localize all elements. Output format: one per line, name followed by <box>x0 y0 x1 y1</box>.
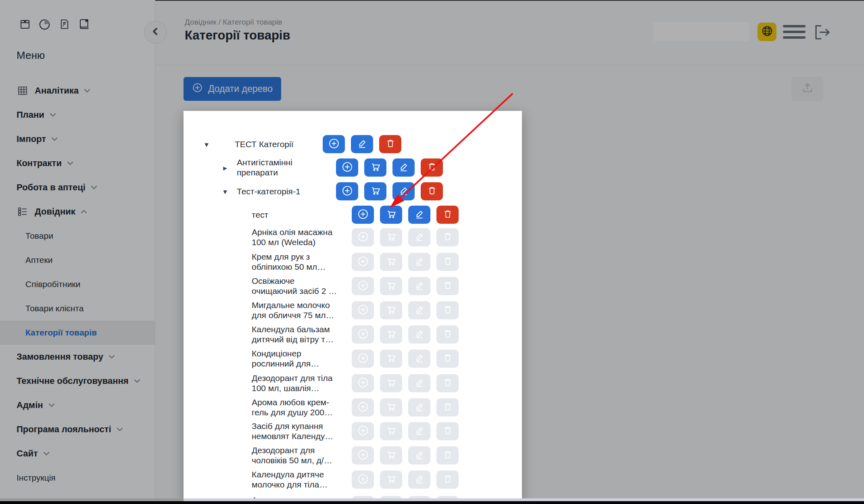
tree-row-6: Освіжаючеочищаючий засіб 2 … <box>184 274 522 298</box>
tree-row-actions <box>352 422 459 440</box>
edit-button[interactable] <box>392 182 415 200</box>
tree-row-10: Дезодорант для тіла100 мл, шавлія… <box>184 371 522 395</box>
add-button <box>352 253 374 271</box>
trash-icon <box>442 208 453 221</box>
edit-icon <box>413 401 426 414</box>
edit-icon <box>413 377 426 390</box>
add-circle-icon <box>357 424 369 438</box>
trash-icon <box>442 425 453 438</box>
tree-row-actions <box>352 350 459 368</box>
tree-row-5: Крем для рук зобліпихою 50 мл… <box>184 250 522 274</box>
add-circle-icon <box>357 208 369 222</box>
scrollbar-track-left <box>0 498 184 501</box>
tree-node-label: Календула бальзамдитячий від вітру т… <box>252 324 334 344</box>
trash-icon <box>442 352 453 365</box>
add-circle-icon <box>341 184 354 198</box>
tree-caret-down-icon[interactable]: ▾ <box>201 140 212 149</box>
tree-row-2: ▾Тест-категорія-1 <box>184 179 522 203</box>
add-circle-icon <box>341 160 354 175</box>
tree-row-7: Мигдальне молочкодля обличчя 75 мл… <box>184 298 522 322</box>
trash-icon <box>426 185 438 198</box>
bottom-black-bar <box>0 501 864 504</box>
tree-node-label: Мигдальне молочкодля обличчя 75 мл… <box>252 300 334 320</box>
tree-row-actions <box>352 398 459 417</box>
tree-row-actions <box>352 228 459 246</box>
delete-button[interactable] <box>421 182 443 200</box>
add-button <box>352 398 374 417</box>
add-circle-icon <box>357 448 369 462</box>
cart-button-arrow-target[interactable] <box>380 206 402 224</box>
tree-node-label: Кондиціонеррослинний для… <box>252 348 319 369</box>
edit-icon <box>413 473 426 486</box>
tree-caret-right-icon[interactable]: ▸ <box>220 163 230 173</box>
add-circle-icon <box>357 473 369 487</box>
delete-button[interactable] <box>436 206 459 224</box>
delete-button <box>436 350 459 368</box>
edit-button[interactable] <box>408 206 430 224</box>
add-circle-icon <box>357 255 369 269</box>
edit-button[interactable] <box>392 158 415 177</box>
tree-row-3: тест <box>184 202 522 227</box>
add-circle-icon <box>357 352 369 366</box>
category-tree-panel: ▾ТЕСТ Категорії▸Антигістамінніпрепарати▾… <box>184 111 522 504</box>
cart-icon <box>385 255 397 269</box>
edit-button <box>408 374 430 392</box>
tree-row-actions <box>352 471 459 489</box>
edit-icon <box>398 185 410 198</box>
edit-button <box>408 301 430 319</box>
add-button[interactable] <box>336 182 358 200</box>
tree-node-label: Календула дитячемолочко для тіла… <box>252 469 328 489</box>
add-button <box>352 301 374 319</box>
edit-button <box>408 325 430 344</box>
add-button <box>352 228 374 246</box>
cart-button <box>380 398 402 417</box>
tree-node-label: Антигістамінніпрепарати <box>237 157 292 177</box>
add-button[interactable] <box>336 158 358 177</box>
delete-button <box>436 398 459 417</box>
trash-icon <box>442 255 453 269</box>
add-button[interactable] <box>323 135 345 153</box>
cart-icon <box>385 377 397 390</box>
edit-button[interactable] <box>351 135 373 153</box>
cart-icon <box>385 352 397 365</box>
delete-button <box>436 374 459 392</box>
edit-icon <box>413 279 426 293</box>
add-button <box>352 350 374 368</box>
cart-icon <box>385 279 397 293</box>
add-button <box>352 446 374 464</box>
tree-row-actions <box>352 206 459 224</box>
cart-icon <box>385 425 397 438</box>
tree-row-4: Арніка олія масажна100 мл (Weleda) <box>184 225 522 249</box>
horizontal-scrollbar[interactable] <box>184 498 864 501</box>
add-circle-icon <box>328 137 340 151</box>
tree-node-label: Дезодорант длячоловіків 50 мл, д/… <box>252 445 332 465</box>
add-circle-icon <box>357 327 369 342</box>
tree-node-label: тест <box>252 210 268 220</box>
tree-node-label: Арома любов крем-гель для душу 200… <box>252 397 333 417</box>
cart-icon <box>385 401 397 414</box>
edit-icon <box>413 304 426 317</box>
delete-button[interactable] <box>421 158 443 177</box>
cart-icon <box>369 185 382 198</box>
tree-row-actions <box>336 182 443 200</box>
trash-icon <box>426 161 438 174</box>
cart-button[interactable] <box>364 158 386 177</box>
cart-button <box>380 374 402 392</box>
tree-row-actions <box>352 446 459 464</box>
tree-row-1: ▸Антигістамінніпрепарати <box>184 155 522 179</box>
edit-icon <box>413 328 426 341</box>
delete-button <box>436 422 459 440</box>
delete-button <box>436 228 459 246</box>
trash-icon <box>442 304 453 317</box>
delete-button <box>436 325 459 344</box>
cart-button[interactable] <box>364 182 386 200</box>
add-button[interactable] <box>352 206 374 224</box>
trash-icon <box>442 401 453 414</box>
tree-node-label: Освіжаючеочищаючий засіб 2 … <box>252 276 337 296</box>
cart-icon <box>385 231 397 244</box>
tree-row-actions <box>352 277 459 295</box>
trash-icon <box>442 377 453 390</box>
tree-caret-down-icon[interactable]: ▾ <box>220 187 230 196</box>
cart-button <box>380 253 402 271</box>
delete-button[interactable] <box>379 135 401 153</box>
